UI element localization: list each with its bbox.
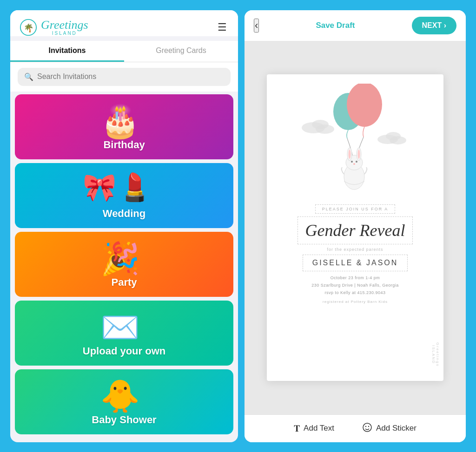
address-line: 230 Szarlburg Drive | Noah Falls, Georgi… — [311, 282, 398, 289]
balloon-illustration — [281, 84, 430, 204]
svg-point-13 — [349, 150, 351, 159]
wedding-label: Wedding — [15, 208, 233, 220]
editor-header: ‹ Save Draft NEXT › — [245, 10, 466, 41]
names-box: GISELLE & JASON — [303, 255, 408, 271]
category-upload[interactable]: ✉️ Upload your own — [15, 301, 233, 366]
party-label: Party — [15, 276, 233, 288]
category-wedding[interactable]: 🎀💄 Wedding — [15, 163, 233, 228]
hamburger-menu[interactable]: ☰ — [216, 20, 229, 35]
next-button[interactable]: NEXT › — [412, 17, 456, 34]
svg-point-9 — [347, 84, 382, 127]
category-party[interactable]: 🎉 Party — [15, 232, 233, 297]
svg-point-15 — [358, 150, 360, 159]
svg-point-18 — [353, 164, 355, 165]
svg-point-20 — [365, 426, 366, 426]
upload-icon: ✉️ — [100, 309, 140, 346]
category-baby[interactable]: 🐥 Baby Shower — [15, 369, 233, 434]
party-icon: 🎉 — [100, 240, 140, 277]
tab-invitations[interactable]: Invitations — [10, 41, 124, 62]
right-panel: ‹ Save Draft NEXT › — [245, 10, 466, 442]
editor-canvas: PLEASE JOIN US FOR A Gender Reveal for t… — [245, 41, 466, 414]
invitation-card: PLEASE JOIN US FOR A Gender Reveal for t… — [267, 74, 443, 381]
card-body: PLEASE JOIN US FOR A Gender Reveal for t… — [281, 204, 430, 304]
tab-greeting-cards[interactable]: Greeting Cards — [124, 41, 238, 62]
gender-reveal-title: Gender Reveal — [298, 216, 413, 244]
add-text-label: Add Text — [304, 424, 334, 433]
birthday-label: Birthday — [15, 139, 233, 151]
svg-point-16 — [351, 161, 353, 163]
logo-greetings-text: Greetings — [41, 19, 88, 31]
back-button[interactable]: ‹ — [254, 19, 259, 33]
left-panel: 🌴 Greetings ISLAND ☰ Invitations Greetin… — [10, 10, 238, 442]
search-input[interactable] — [37, 72, 224, 81]
category-birthday[interactable]: 🎂 Birthday — [15, 94, 233, 159]
baby-icon: 🐥 — [100, 378, 140, 415]
category-list: 🎂 Birthday 🎀💄 Wedding 🎉 Party ✉️ Upload … — [10, 92, 238, 442]
logo-icon: 🌴 — [20, 19, 37, 36]
sticker-svg-icon — [362, 422, 372, 432]
sticker-icon — [362, 422, 372, 435]
upload-label: Upload your own — [15, 345, 233, 357]
editor-toolbar: 𝐓 Add Text Add Sticker — [245, 414, 466, 442]
birthday-icon: 🎂 — [100, 103, 140, 140]
add-sticker-button[interactable]: Add Sticker — [362, 422, 416, 435]
event-details: October 23 from 1-4 pm 230 Szarlburg Dri… — [311, 274, 398, 297]
text-icon: 𝐓 — [294, 423, 300, 434]
logo-area: 🌴 Greetings ISLAND — [20, 19, 88, 36]
app-header: 🌴 Greetings ISLAND ☰ — [10, 10, 238, 36]
wedding-icon: 🎀💄 — [83, 171, 152, 203]
rsvp-line: rsvp to Kelly at 415.230.9043 — [311, 289, 398, 296]
baby-label: Baby Shower — [15, 414, 233, 426]
balloon-svg — [285, 84, 425, 204]
search-icon: 🔍 — [24, 72, 33, 81]
search-wrapper: 🔍 — [18, 68, 231, 86]
save-draft-button[interactable]: Save Draft — [316, 21, 355, 30]
add-sticker-label: Add Sticker — [376, 424, 416, 433]
svg-point-17 — [356, 161, 357, 163]
svg-point-7 — [390, 136, 406, 144]
watermark: GreetingsISLAND — [431, 342, 440, 367]
svg-point-19 — [363, 423, 371, 432]
date-line: October 23 from 1-4 pm — [311, 274, 398, 282]
svg-text:🌴: 🌴 — [24, 23, 34, 33]
svg-point-4 — [316, 124, 334, 134]
logo-island-text: ISLAND — [41, 31, 88, 36]
registered-text: registered at Pottery Barn Kids — [323, 300, 388, 304]
tabs: Invitations Greeting Cards — [10, 41, 238, 62]
logo-text: Greetings ISLAND — [41, 19, 88, 36]
svg-point-21 — [368, 426, 369, 426]
please-join-text: PLEASE JOIN US FOR A — [315, 204, 396, 214]
add-text-button[interactable]: 𝐓 Add Text — [294, 423, 334, 434]
search-bar-container: 🔍 — [10, 62, 238, 92]
expected-parents-text: for the expected parents — [327, 247, 383, 252]
